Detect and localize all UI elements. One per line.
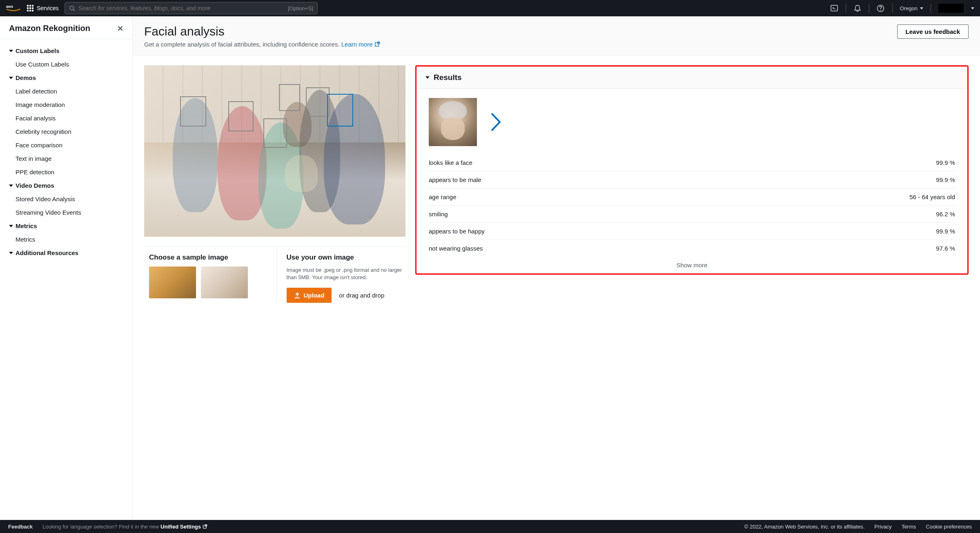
- own-image-section: Use your own image Image must be .jpeg o…: [277, 247, 406, 303]
- caret-down-icon: [9, 252, 13, 254]
- attribute-value: 99.9 %: [936, 228, 955, 235]
- nav-group-metrics[interactable]: Metrics: [0, 219, 132, 233]
- notifications-icon[interactable]: [853, 4, 862, 12]
- image-column: Choose a sample image Use your own image…: [144, 65, 405, 303]
- nav-item-facial-analysis[interactable]: Facial analysis: [0, 111, 132, 125]
- attribute-value: 96.2 %: [936, 211, 955, 218]
- account-menu[interactable]: [938, 4, 964, 13]
- results-column: Results looks like a face99.9 %appears t…: [415, 65, 969, 275]
- sample-thumb-2[interactable]: [201, 266, 248, 298]
- nav-item-celebrity-recognition[interactable]: Celebrity recognition: [0, 125, 132, 138]
- face-crop-preview[interactable]: [429, 98, 477, 146]
- caret-down-icon: [9, 225, 13, 227]
- page-title: Facial analysis: [144, 24, 380, 38]
- svg-point-6: [880, 10, 881, 11]
- caret-down-icon: [920, 7, 923, 9]
- caret-down-icon: [425, 76, 430, 79]
- caret-down-icon: [9, 77, 13, 79]
- next-face-button[interactable]: [490, 112, 501, 132]
- nav-group-additional-resources[interactable]: Additional Resources: [0, 246, 132, 260]
- attribute-label: age range: [429, 193, 457, 200]
- global-search[interactable]: [Option+S]: [65, 2, 318, 14]
- cloudshell-icon[interactable]: [830, 4, 838, 12]
- attribute-row: looks like a face99.9 %: [429, 154, 955, 171]
- svg-text:aws: aws: [6, 4, 13, 9]
- attribute-label: smiling: [429, 211, 448, 218]
- region-label: Oregon: [900, 5, 918, 11]
- attribute-value: 56 - 64 years old: [909, 193, 955, 200]
- upload-button[interactable]: Upload: [287, 288, 332, 303]
- region-selector[interactable]: Oregon: [900, 5, 923, 11]
- upload-icon: [294, 292, 301, 299]
- nav-group-demos[interactable]: Demos: [0, 71, 132, 84]
- service-title: Amazon Rekognition: [9, 24, 90, 33]
- nav-item-image-moderation[interactable]: Image moderation: [0, 98, 132, 111]
- attribute-label: looks like a face: [429, 159, 472, 166]
- page-header: Facial analysis Get a complete analysis …: [133, 16, 980, 56]
- nav-group-custom-labels[interactable]: Custom Labels: [0, 44, 132, 58]
- nav-item-stored-video-analysis[interactable]: Stored Video Analysis: [0, 192, 132, 206]
- search-icon: [69, 5, 75, 11]
- attribute-label: appears to be happy: [429, 228, 485, 235]
- help-icon[interactable]: [877, 4, 885, 12]
- caret-down-icon: [971, 7, 974, 9]
- attribute-label: appears to be male: [429, 176, 481, 183]
- attribute-row: appears to be male99.9 %: [429, 171, 955, 189]
- search-shortcut: [Option+S]: [288, 5, 313, 11]
- attribute-row: appears to be happy99.9 %: [429, 223, 955, 240]
- external-link-icon: [374, 41, 380, 47]
- top-nav-bar: aws Services [Option+S] Oregon: [0, 0, 980, 16]
- nav-item-text-in-image[interactable]: Text in image: [0, 152, 132, 165]
- feedback-button[interactable]: Leave us feedback: [897, 24, 969, 39]
- learn-more-link[interactable]: Learn more: [341, 41, 380, 48]
- search-input[interactable]: [78, 5, 285, 11]
- caret-down-icon: [9, 184, 13, 187]
- nav-group-video-demos[interactable]: Video Demos: [0, 179, 132, 192]
- attribute-value: 99.9 %: [936, 159, 955, 166]
- services-menu[interactable]: Services: [27, 5, 59, 11]
- own-image-label: Use your own image: [287, 253, 406, 262]
- face-bounding-box[interactable]: [263, 118, 287, 148]
- face-bounding-box[interactable]: [180, 96, 206, 127]
- results-header[interactable]: Results: [416, 67, 967, 89]
- attribute-value: 97.6 %: [936, 245, 955, 252]
- show-more-link[interactable]: Show more: [429, 257, 955, 270]
- nav-item-use-custom-labels[interactable]: Use Custom Labels: [0, 58, 132, 71]
- topbar-actions: Oregon: [830, 4, 974, 13]
- close-icon[interactable]: ✕: [117, 24, 123, 33]
- sidebar-header: Amazon Rekognition ✕: [0, 16, 132, 39]
- svg-point-1: [70, 6, 74, 9]
- sidebar: Amazon Rekognition ✕ Custom LabelsUse Cu…: [0, 16, 133, 520]
- svg-line-2: [73, 9, 75, 11]
- analyzed-image[interactable]: [144, 65, 405, 237]
- face-bounding-box[interactable]: [228, 101, 254, 131]
- grid-icon: [27, 5, 33, 11]
- face-bounding-box[interactable]: [279, 84, 300, 111]
- page-subtitle: Get a complete analysis of facial attrib…: [144, 41, 380, 48]
- aws-logo[interactable]: aws: [6, 4, 21, 13]
- attribute-row: smiling96.2 %: [429, 206, 955, 223]
- attribute-value: 99.9 %: [936, 176, 955, 183]
- main-content: Facial analysis Get a complete analysis …: [133, 16, 980, 520]
- choose-sample-label: Choose a sample image: [149, 253, 268, 262]
- attribute-row: not wearing glasses97.6 %: [429, 240, 955, 257]
- results-title: Results: [434, 73, 462, 82]
- nav-item-ppe-detection[interactable]: PPE detection: [0, 165, 132, 179]
- drag-drop-label: or drag and drop: [339, 292, 384, 299]
- caret-down-icon: [9, 50, 13, 52]
- nav-item-label-detection[interactable]: Label detection: [0, 84, 132, 98]
- attribute-label: not wearing glasses: [429, 245, 483, 252]
- services-label: Services: [37, 5, 59, 11]
- nav-item-streaming-video-events[interactable]: Streaming Video Events: [0, 206, 132, 219]
- nav-item-face-comparison[interactable]: Face comparison: [0, 138, 132, 152]
- sample-thumb-1[interactable]: [149, 266, 196, 298]
- nav-item-metrics[interactable]: Metrics: [0, 233, 132, 246]
- face-bounding-box[interactable]: [306, 87, 330, 117]
- attribute-row: age range56 - 64 years old: [429, 189, 955, 206]
- sample-image-section: Choose a sample image: [144, 247, 277, 303]
- own-image-help: Image must be .jpeg or .png format and n…: [287, 266, 406, 281]
- face-bounding-box[interactable]: [327, 94, 353, 127]
